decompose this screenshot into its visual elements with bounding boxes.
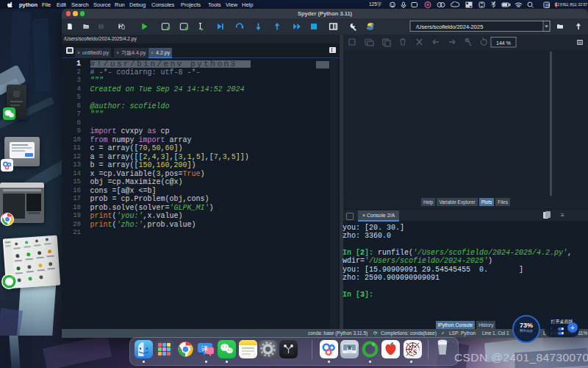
- svg-text:译: 译: [201, 345, 208, 353]
- svg-text:/Users/scofieldo/2024-2025: /Users/scofieldo/2024-2025: [416, 24, 483, 30]
- svg-text:拼: 拼: [545, 3, 551, 8]
- svg-text:S: S: [413, 349, 417, 356]
- svg-text:144 %: 144 %: [496, 40, 511, 46]
